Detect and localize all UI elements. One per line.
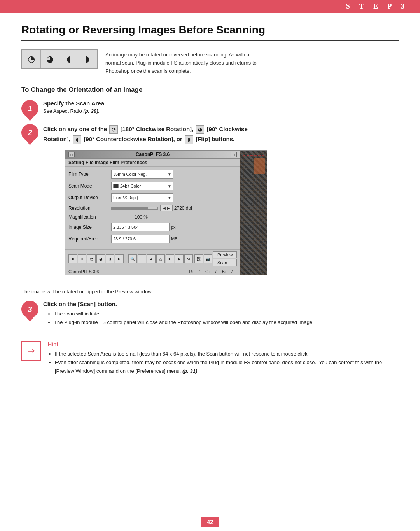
rotation-icon-group: ◔ ◕ ◖ ◗: [21, 49, 98, 69]
dialog-maximize-btn[interactable]: □: [231, 152, 237, 157]
step-1-ref: (p. 28).: [83, 108, 100, 114]
tb-icon-6[interactable]: ►: [115, 254, 124, 263]
scan-mode-row: Scan Mode 24bit Color ▼: [68, 182, 237, 190]
step-3-badge: 3: [21, 301, 38, 318]
step-2-label2: [90° Clockwise: [207, 126, 248, 132]
icon-90ccw: ◖: [60, 50, 78, 68]
tb-icon-preview-icon[interactable]: 🖼: [194, 254, 203, 263]
footer-page-number: 42: [201, 517, 220, 527]
dialog-close-btn[interactable]: □: [68, 152, 75, 157]
step-3-bullet-1: The scan will initiate.: [54, 310, 399, 318]
step-1: 1 Specify the Scan Area See Aspect Ratio…: [21, 100, 399, 117]
step-bar: S T E P 3: [0, 0, 420, 13]
image-size-label: Image Size: [68, 224, 111, 230]
menu-image[interactable]: Image: [95, 160, 108, 165]
output-device-value: File(2720dpi): [113, 195, 138, 200]
icon-flip-inline: ◗: [185, 135, 193, 144]
film-type-label: Film Type: [68, 172, 111, 177]
step-1-title: Specify the Scan Area: [43, 100, 399, 107]
dialog-titlebar: □ CanonPI FS 3.6 □: [65, 151, 240, 159]
footer-line-right: [223, 522, 399, 522]
tb-icon-8[interactable]: ▲: [147, 254, 156, 263]
icon-90ccw-inline: ◖: [73, 135, 81, 144]
step-1-badge: 1: [21, 100, 38, 117]
tb-icon-9[interactable]: △: [156, 254, 165, 263]
film-type-control[interactable]: 35mm Color Neg. ▼: [111, 170, 173, 179]
step-3-bullets: The scan will initiate. The Plug-in modu…: [54, 310, 399, 327]
dialog-preview-panel: [240, 151, 267, 275]
magnification-value: 100 %: [135, 214, 148, 220]
icon-flip: ◗: [78, 50, 97, 68]
preview-image: [240, 151, 267, 275]
dialog-title: CanonPI FS 3.6: [136, 152, 170, 157]
step-2: 2 Click on any one of the ◔ [180° Clockw…: [21, 124, 399, 282]
tb-icon-11[interactable]: ▶: [175, 254, 184, 263]
footer-line-left: [21, 522, 197, 522]
preview-button[interactable]: Preview: [213, 251, 237, 258]
required-free-value: 23.9 / 270.6: [113, 237, 136, 241]
tb-icon-2[interactable]: ○: [78, 254, 86, 263]
hint-title: Hint: [48, 341, 399, 347]
dialog-screenshot: □ CanonPI FS 3.6 □ Setting File Image: [65, 150, 267, 275]
step-3-title: Click on the [Scan] button.: [43, 301, 399, 307]
dialog-toolbar: ■ ○ ◔ ◕ ◗ ► 🔍 □ ▲ △ ► ▶: [65, 249, 240, 268]
required-free-label: Required/Free: [68, 236, 111, 242]
menu-film[interactable]: Film: [110, 160, 119, 165]
tb-icon-7[interactable]: □: [138, 254, 146, 263]
magnification-row: Magnification 100 %: [68, 214, 237, 220]
scan-mode-control[interactable]: 24bit Color ▼: [111, 182, 173, 190]
intro-text: An image may be rotated or reversed befo…: [105, 51, 261, 75]
output-device-control[interactable]: File(2720dpi) ▼: [111, 193, 173, 202]
icon-180cw-inline: ◔: [109, 125, 118, 134]
tb-icon-zoom[interactable]: 🔍: [128, 254, 137, 263]
scan-mode-value: 24bit Color: [120, 184, 141, 188]
output-device-row: Output Device File(2720dpi) ▼: [68, 193, 237, 202]
resolution-value: 2720 dpi: [174, 205, 192, 211]
scan-mode-arrow: ▼: [168, 184, 172, 188]
tb-icon-1[interactable]: ■: [68, 254, 77, 263]
magnification-label: Magnification: [68, 214, 111, 220]
step-2-content: Click on any one of the ◔ [180° Clockwis…: [43, 124, 399, 282]
image-size-value: 2,336 * 3,504: [113, 225, 138, 230]
dialog-menubar[interactable]: Setting File Image Film Preferences: [65, 159, 240, 167]
step-3: 3 Click on the [Scan] button. The scan w…: [21, 301, 399, 327]
step-2-label5: [Flip] buttons.: [196, 136, 234, 142]
dialog-status-left: CanonPI FS 3.6: [68, 269, 99, 274]
step-3-bullet-2: The Plug-in module FS control panel will…: [54, 318, 399, 327]
menu-file[interactable]: File: [86, 160, 94, 165]
resolution-stepper[interactable]: ◄►: [160, 205, 173, 211]
menu-preferences[interactable]: Preferences: [121, 160, 147, 165]
hint-bullet-2: Even after scanning is completed, there …: [55, 358, 399, 375]
menu-setting[interactable]: Setting: [68, 160, 84, 165]
hint-bullet-1: If the selected Scan Area is too small (…: [55, 350, 399, 358]
tb-icon-settings[interactable]: ⚙: [184, 254, 193, 263]
step-2-badge: 2: [21, 124, 38, 141]
hint-box: ⇒ Hint If the selected Scan Area is too …: [21, 341, 399, 375]
step-2-label1: [180° Clockwise Rotation],: [121, 126, 195, 132]
icon-180cw: ◔: [22, 50, 41, 68]
step-bar-text: S T E P 3: [346, 2, 408, 10]
film-type-arrow: ▼: [168, 172, 172, 177]
tb-icon-4[interactable]: ◕: [96, 254, 105, 263]
film-type-value: 35mm Color Neg.: [113, 172, 147, 177]
scan-mode-label: Scan Mode: [68, 183, 111, 189]
dialog-box: □ CanonPI FS 3.6 □ Setting File Image: [65, 150, 267, 275]
required-free-row: Required/Free 23.9 / 270.6 MB: [68, 235, 237, 243]
dialog-body: Film Type 35mm Color Neg. ▼ Scan Mode: [65, 167, 240, 249]
required-free-control: 23.9 / 270.6: [111, 235, 170, 243]
tb-icon-flip[interactable]: ◗: [106, 254, 114, 263]
hint-content: Hint If the selected Scan Area is too sm…: [48, 341, 399, 375]
tb-icon-scan-icon[interactable]: 📷: [204, 254, 212, 263]
icon-90cw-inline: ◕: [196, 125, 204, 134]
step-3-content: Click on the [Scan] button. The scan wil…: [43, 301, 399, 327]
tb-icon-3[interactable]: ◔: [87, 254, 96, 263]
resolution-slider[interactable]: [111, 207, 158, 210]
image-size-unit: px: [171, 225, 176, 230]
tb-icon-10[interactable]: ►: [166, 254, 174, 263]
resolution-row: Resolution ◄► 2720 dpi: [68, 205, 237, 211]
scan-button[interactable]: Scan: [213, 259, 237, 266]
step-2-label3: Rotation],: [43, 136, 72, 142]
output-device-label: Output Device: [68, 195, 111, 200]
required-free-unit: MB: [171, 237, 178, 241]
main-content: Rotating or Reversing Images Before Scan…: [0, 24, 420, 391]
